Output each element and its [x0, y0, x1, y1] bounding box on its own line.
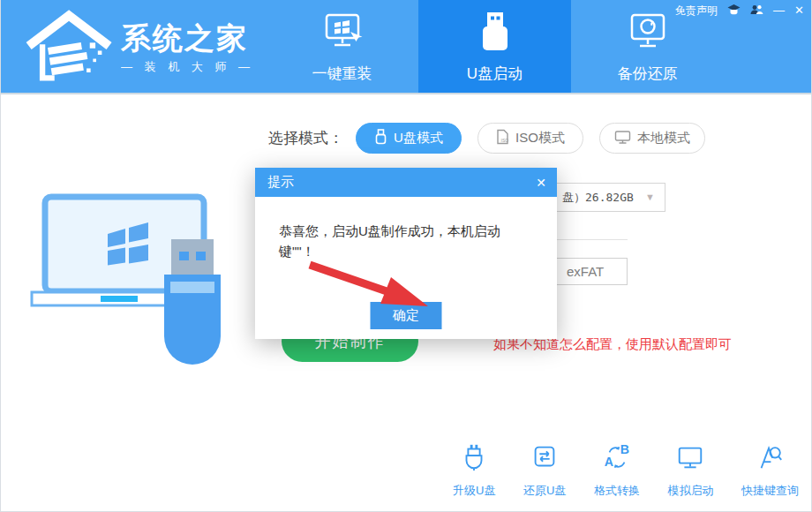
mode-selector-row: 选择模式： U盘模式 ISO ISO模式 [268, 123, 721, 154]
app-window: 系统之家 — 装 机 大 师 — [0, 0, 812, 512]
svg-text:ISO: ISO [501, 138, 509, 143]
footer-item-format-convert[interactable]: A B 格式转换 [594, 441, 640, 499]
tab-label: 一键重装 [312, 64, 372, 84]
mode-option-usb[interactable]: U盘模式 [356, 123, 462, 154]
dialog-title: 提示 [267, 174, 294, 191]
mode-option-label: ISO模式 [515, 130, 565, 147]
footer-item-hotkey-lookup[interactable]: 快捷键查询 [741, 441, 799, 499]
dialog-close-icon[interactable]: ✕ [536, 176, 546, 190]
mode-label: 选择模式： [268, 128, 343, 148]
footer-item-restore-usb[interactable]: 还原U盘 [523, 441, 566, 499]
brand-name: 系统之家 [121, 20, 254, 56]
mode-option-label: U盘模式 [394, 130, 443, 147]
monitor-small-icon [614, 130, 631, 147]
footer-item-label: 快捷键查询 [741, 483, 799, 499]
dialog-message: 恭喜您，启动U盘制作成功，本机启动键""！ [255, 197, 557, 262]
monitor-icon [675, 441, 705, 477]
form-divider [557, 239, 628, 240]
success-dialog: 提示 ✕ 恭喜您，启动U盘制作成功，本机启动键""！ 确定 [255, 168, 557, 339]
footer-item-label: 模拟启动 [667, 483, 713, 499]
mode-option-iso[interactable]: ISO ISO模式 [477, 123, 583, 154]
monitor-restore-icon [625, 10, 671, 57]
footer-item-upgrade-usb[interactable]: 升级U盘 [453, 441, 495, 499]
app-logo: 系统之家 — 装 机 大 师 — [26, 5, 254, 90]
users-icon[interactable] [750, 4, 763, 18]
chevron-down-icon: ▼ [645, 192, 655, 202]
tab-usb-boot[interactable]: U盘启动 [418, 0, 571, 93]
tab-reinstall[interactable]: 一键重装 [266, 0, 418, 93]
house-logo-icon [26, 5, 114, 90]
iso-file-icon: ISO [496, 129, 509, 147]
footer-item-label: 还原U盘 [523, 483, 566, 499]
close-button[interactable]: ✕ [794, 4, 804, 17]
monitor-windows-cursor-icon [320, 10, 365, 57]
header: 系统之家 — 装 机 大 师 — [1, 0, 812, 94]
footer-toolbar: 升级U盘 还原U盘 A B [453, 441, 799, 499]
disclaimer-link[interactable]: 免责声明 [675, 4, 718, 19]
dialog-titlebar: 提示 ✕ [255, 168, 557, 197]
minimize-button[interactable]: — [773, 4, 785, 17]
brand-subtitle: — 装 机 大 师 — [121, 59, 254, 75]
restore-swap-icon [530, 441, 560, 477]
footer-item-label: 升级U盘 [453, 483, 495, 499]
footer-item-simulate-boot[interactable]: 模拟启动 [667, 441, 713, 499]
dialog-ok-button[interactable]: 确定 [371, 302, 442, 329]
tab-label: 备份还原 [618, 64, 678, 84]
window-controls: 免责声明 — ✕ [675, 4, 804, 18]
footer-item-label: 格式转换 [594, 483, 640, 499]
hotkey-search-icon [755, 441, 785, 477]
mode-option-local[interactable]: 本地模式 [599, 123, 705, 154]
usb-stick-icon [472, 10, 518, 57]
svg-text:A: A [605, 455, 613, 469]
laptop-usb-illustration [23, 188, 235, 373]
usb-plug-icon [459, 441, 489, 477]
mode-option-label: 本地模式 [637, 130, 690, 147]
graduate-cap-icon[interactable] [727, 4, 741, 18]
convert-ab-icon: A B [602, 441, 632, 477]
main-tabs: 一键重装 U盘启动 [266, 0, 724, 93]
usb-small-icon [374, 129, 387, 147]
svg-text:B: B [620, 442, 629, 456]
tab-label: U盘启动 [467, 64, 523, 84]
